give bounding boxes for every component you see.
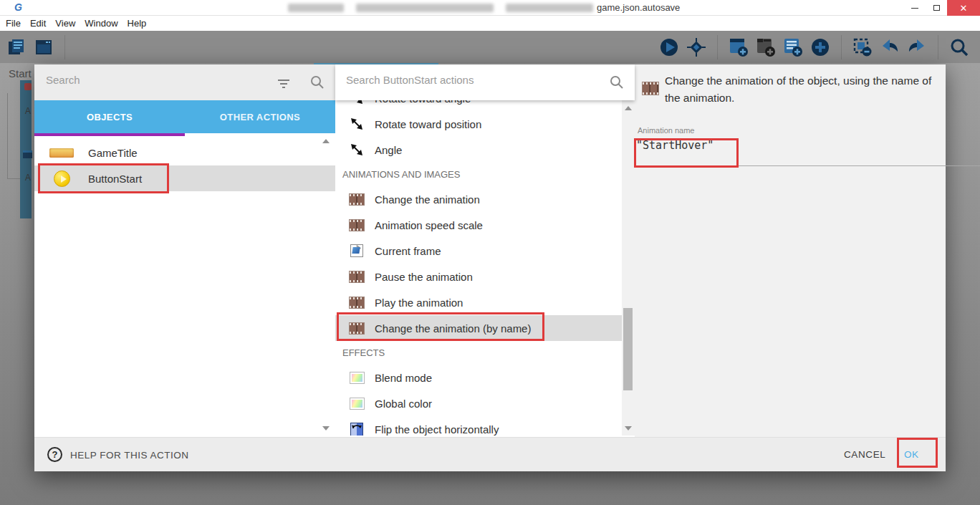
redacted-path-segment: [288, 4, 344, 12]
object-label: ButtonStart: [88, 173, 142, 185]
animation-name-input[interactable]: [636, 139, 880, 152]
start-page-icon[interactable]: [33, 36, 54, 59]
action-item-selected[interactable]: Change the animation (by name): [335, 315, 622, 341]
dialog-footer: ? HELP FOR THIS ACTION CANCEL OK: [34, 437, 946, 471]
toolbar-separator: [64, 35, 65, 59]
rotate-icon: [348, 143, 365, 157]
add-comment-icon[interactable]: [782, 36, 804, 59]
actions-search-input[interactable]: [346, 74, 582, 86]
animation-name-label: Animation name: [638, 126, 695, 135]
add-circle-icon[interactable]: [810, 36, 831, 59]
tab-objects[interactable]: OBJECTS: [34, 100, 185, 133]
toolbar-separator: [717, 35, 718, 59]
rotate-icon: [348, 117, 365, 131]
menu-bar: File Edit View Window Help: [0, 16, 980, 31]
frame-icon: [350, 244, 363, 257]
film-icon: [349, 271, 365, 283]
menu-view[interactable]: View: [55, 18, 75, 29]
action-label: Current frame: [375, 245, 441, 257]
add-subevent-icon[interactable]: [755, 36, 777, 59]
objects-search-bar: [34, 64, 335, 100]
actions-search-bar: [335, 64, 635, 100]
remove-selection-icon[interactable]: [852, 36, 873, 59]
action-description: Change the animation of the object, usin…: [665, 72, 938, 107]
action-label: Pause the animation: [375, 271, 473, 283]
objects-search-input[interactable]: [46, 74, 261, 86]
rainbow-icon: [350, 372, 365, 384]
actions-list: Rotate toward angle Rotate toward positi…: [335, 64, 622, 436]
background-event-tree-line: [7, 93, 20, 179]
undo-icon[interactable]: [879, 36, 900, 59]
film-icon: [349, 193, 365, 206]
action-item[interactable]: Current frame: [335, 238, 622, 264]
action-detail-panel: Change the animation of the object, usin…: [635, 64, 946, 437]
redo-icon[interactable]: [906, 36, 928, 59]
background-event-icon: [23, 150, 32, 158]
help-link[interactable]: HELP FOR THIS ACTION: [70, 450, 189, 461]
action-item[interactable]: Play the animation: [335, 289, 622, 315]
play-button-thumbnail: [54, 170, 70, 187]
search-icon[interactable]: [309, 74, 325, 90]
actions-scrollbar-thumb[interactable]: [623, 308, 633, 390]
menu-file[interactable]: File: [6, 18, 21, 29]
close-button[interactable]: ✕: [947, 0, 980, 16]
action-item[interactable]: Blend mode: [335, 365, 622, 390]
action-item[interactable]: Angle: [335, 137, 622, 163]
background-event-icon: [24, 83, 32, 90]
help-icon[interactable]: ?: [47, 447, 62, 462]
action-editor-dialog: OBJECTS OTHER ACTIONS GameTitle ButtonSt…: [34, 64, 946, 471]
filter-icon[interactable]: [277, 76, 291, 90]
menu-window[interactable]: Window: [85, 18, 117, 29]
minimize-button[interactable]: [904, 0, 926, 16]
main-toolbar: [0, 31, 980, 63]
scroll-up-arrow[interactable]: [625, 106, 632, 110]
background-event-letter: A: [25, 173, 31, 183]
action-label: Flip the object horizontally: [375, 423, 499, 436]
search-icon[interactable]: [948, 36, 970, 59]
action-item[interactable]: Animation speed scale: [335, 212, 622, 238]
active-tab-indicator: [34, 133, 185, 136]
toolbar-separator: [841, 35, 842, 59]
film-icon: [349, 219, 365, 231]
action-item[interactable]: Pause the animation: [335, 264, 622, 289]
redacted-path-segment: [506, 4, 593, 12]
action-item[interactable]: Flip the object horizontally: [335, 416, 622, 436]
action-label: Global color: [375, 398, 432, 410]
field-underline: [635, 165, 980, 166]
debug-icon[interactable]: [686, 36, 707, 59]
action-item[interactable]: Change the animation: [335, 186, 622, 212]
object-item-buttonstart[interactable]: ButtonStart: [34, 165, 335, 191]
scroll-down-arrow[interactable]: [322, 426, 330, 431]
background-event-bar: [20, 80, 32, 218]
action-item[interactable]: Global color: [335, 390, 622, 416]
maximize-button[interactable]: [926, 0, 947, 16]
section-header: ANIMATIONS AND IMAGES: [342, 163, 460, 186]
scroll-up-arrow[interactable]: [322, 139, 330, 143]
action-label: Angle: [375, 144, 402, 156]
game-title-thumbnail: [49, 148, 74, 158]
window-title: game.json.autosave: [597, 2, 680, 13]
gdevelop-logo-icon: G: [14, 1, 22, 13]
project-manager-icon[interactable]: [6, 36, 27, 59]
flip-icon: [350, 423, 363, 436]
object-item-gametitle[interactable]: GameTitle: [34, 140, 335, 165]
menu-help[interactable]: Help: [128, 18, 147, 29]
play-icon[interactable]: [658, 36, 680, 59]
object-label: GameTitle: [88, 147, 138, 159]
search-icon[interactable]: [609, 74, 625, 90]
section-header: EFFECTS: [342, 341, 385, 365]
action-item[interactable]: Rotate toward position: [335, 111, 622, 137]
action-label: Blend mode: [375, 372, 432, 384]
background-event-letter: A: [25, 106, 31, 116]
tab-other-actions[interactable]: OTHER ACTIONS: [185, 100, 335, 133]
title-bar: G game.json.autosave ✕: [0, 0, 980, 16]
ok-button[interactable]: OK: [904, 449, 919, 460]
cancel-button[interactable]: CANCEL: [844, 449, 885, 460]
toolbar-separator: [938, 35, 938, 59]
action-label: Play the animation: [375, 297, 463, 309]
menu-edit[interactable]: Edit: [30, 18, 46, 29]
film-icon: [349, 322, 365, 335]
scroll-down-arrow[interactable]: [625, 426, 632, 431]
add-event-icon[interactable]: [728, 36, 749, 59]
action-label: Rotate toward position: [375, 118, 481, 130]
